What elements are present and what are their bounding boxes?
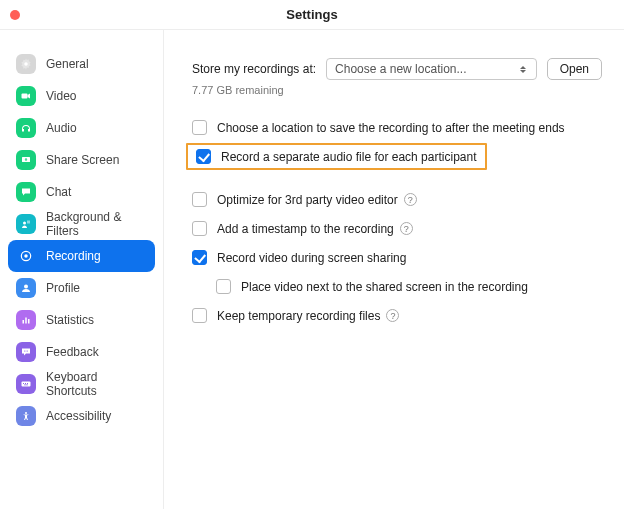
option-row: Record a separate audio file for each pa… [196, 149, 477, 164]
svg-rect-16 [25, 383, 26, 384]
checkbox[interactable] [192, 120, 207, 135]
store-label: Store my recordings at: [192, 62, 316, 76]
keyboard-icon [16, 374, 36, 394]
sidebar-item-bg[interactable]: Background & Filters [8, 208, 155, 240]
settings-body: GeneralVideoAudioShare ScreenChatBackgro… [0, 30, 624, 509]
headphones-icon [16, 118, 36, 138]
chevron-updown-icon [520, 62, 530, 76]
profile-icon [16, 278, 36, 298]
svg-rect-15 [23, 383, 24, 384]
sidebar-item-label: Audio [46, 121, 77, 135]
svg-rect-8 [23, 320, 25, 324]
background-icon [16, 214, 36, 234]
help-icon[interactable]: ? [400, 222, 413, 235]
sidebar-item-stats[interactable]: Statistics [8, 304, 155, 336]
sidebar-item-general[interactable]: General [8, 48, 155, 80]
option-label: Record a separate audio file for each pa… [221, 150, 477, 164]
checkbox[interactable] [216, 279, 231, 294]
sidebar-item-label: Recording [46, 249, 101, 263]
option-row: Place video next to the shared screen in… [216, 279, 602, 294]
record-icon [16, 246, 36, 266]
sidebar-item-share[interactable]: Share Screen [8, 144, 155, 176]
main-panel: Store my recordings at: Choose a new loc… [164, 30, 624, 509]
stats-icon [16, 310, 36, 330]
option-row: Keep temporary recording files? [192, 308, 602, 323]
sidebar-item-label: Video [46, 89, 76, 103]
svg-point-12 [26, 351, 27, 352]
svg-point-3 [23, 222, 26, 225]
sidebar-item-keys[interactable]: Keyboard Shortcuts [8, 368, 155, 400]
sidebar-item-profile[interactable]: Profile [8, 272, 155, 304]
sidebar-item-label: Share Screen [46, 153, 119, 167]
window-title: Settings [0, 7, 624, 22]
svg-point-19 [25, 412, 27, 414]
chat-icon [16, 182, 36, 202]
store-row: Store my recordings at: Choose a new loc… [192, 58, 602, 80]
sidebar-item-label: Statistics [46, 313, 94, 327]
accessibility-icon [16, 406, 36, 426]
sidebar-item-access[interactable]: Accessibility [8, 400, 155, 432]
svg-rect-1 [22, 94, 28, 99]
sidebar-item-rec[interactable]: Recording [8, 240, 155, 272]
sidebar-item-label: Chat [46, 185, 71, 199]
location-select[interactable]: Choose a new location... [326, 58, 537, 80]
svg-rect-9 [25, 318, 27, 324]
option-label: Record video during screen sharing [217, 251, 406, 265]
options-list: Choose a location to save the recording … [192, 120, 602, 323]
checkbox[interactable] [192, 192, 207, 207]
svg-rect-18 [24, 385, 28, 386]
sidebar-item-label: Accessibility [46, 409, 111, 423]
sidebar-item-label: Profile [46, 281, 80, 295]
sidebar-item-label: Background & Filters [46, 210, 147, 238]
svg-point-11 [24, 351, 25, 352]
share-icon [16, 150, 36, 170]
camera-icon [16, 86, 36, 106]
option-label: Choose a location to save the recording … [217, 121, 565, 135]
titlebar: Settings [0, 0, 624, 30]
sidebar: GeneralVideoAudioShare ScreenChatBackgro… [0, 30, 164, 509]
option-label: Optimize for 3rd party video editor [217, 193, 398, 207]
svg-point-13 [27, 351, 28, 352]
option-row: Record video during screen sharing [192, 250, 602, 265]
highlighted-option: Record a separate audio file for each pa… [186, 143, 487, 170]
option-label: Keep temporary recording files [217, 309, 380, 323]
checkbox[interactable] [192, 308, 207, 323]
svg-point-6 [24, 254, 28, 258]
option-row: Add a timestamp to the recording? [192, 221, 602, 236]
sidebar-item-video[interactable]: Video [8, 80, 155, 112]
option-row: Optimize for 3rd party video editor? [192, 192, 602, 207]
sidebar-item-label: Feedback [46, 345, 99, 359]
svg-rect-17 [27, 383, 28, 384]
help-icon[interactable]: ? [404, 193, 417, 206]
gear-icon [16, 54, 36, 74]
sidebar-item-feedback[interactable]: Feedback [8, 336, 155, 368]
checkbox[interactable] [196, 149, 211, 164]
open-button[interactable]: Open [547, 58, 602, 80]
sidebar-item-label: General [46, 57, 89, 71]
option-row: Choose a location to save the recording … [192, 120, 602, 135]
option-label: Add a timestamp to the recording [217, 222, 394, 236]
sidebar-item-chat[interactable]: Chat [8, 176, 155, 208]
location-value: Choose a new location... [335, 62, 466, 76]
svg-point-7 [24, 285, 28, 289]
option-label: Place video next to the shared screen in… [241, 280, 528, 294]
remaining-text: 7.77 GB remaining [192, 84, 602, 96]
sidebar-item-label: Keyboard Shortcuts [46, 370, 147, 398]
feedback-icon [16, 342, 36, 362]
checkbox[interactable] [192, 221, 207, 236]
svg-rect-4 [27, 221, 30, 224]
svg-rect-10 [28, 319, 30, 324]
checkbox[interactable] [192, 250, 207, 265]
sidebar-item-audio[interactable]: Audio [8, 112, 155, 144]
help-icon[interactable]: ? [386, 309, 399, 322]
